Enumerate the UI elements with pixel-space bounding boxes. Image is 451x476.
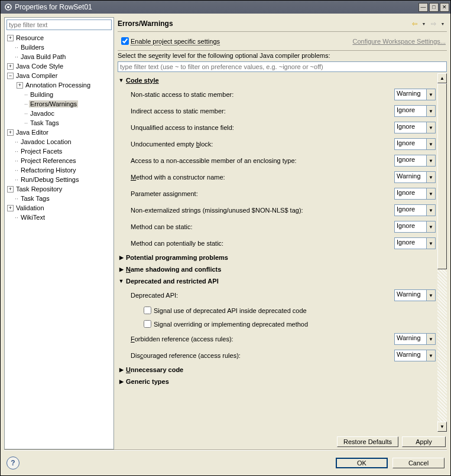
tree-item-errors-warnings[interactable]: ··Errors/Warnings (5, 99, 113, 109)
tree-item-building[interactable]: ··Building (5, 90, 113, 99)
label-signal-override[interactable]: Signal overriding or implementing deprec… (154, 321, 308, 328)
combo-undocumented[interactable]: Ignore▼ (394, 138, 436, 150)
chevron-down-icon[interactable]: ▼ (426, 172, 435, 182)
tree-item-javadoc-location[interactable]: ··Javadoc Location (5, 137, 113, 146)
back-menu-icon[interactable]: ▼ (420, 19, 428, 28)
page-footer: Restore Defaults Apply (118, 432, 447, 449)
page-title: Errors/Warnings (118, 19, 410, 28)
tree-item-resource[interactable]: +Resource (5, 33, 113, 43)
tree-item-javadoc[interactable]: ··Javadoc (5, 109, 113, 118)
options-filter-input[interactable] (118, 61, 447, 72)
combo-non-externalized[interactable]: Ignore▼ (394, 204, 436, 216)
dialog-body: +Resource ··Builders ··Java Build Path +… (1, 14, 450, 449)
opt-access-enclosing: Access to a non-accessible member of an … (118, 152, 436, 169)
scroll-down-icon[interactable]: ▼ (437, 422, 447, 432)
opt-undocumented: Undocumented empty block:Ignore▼ (118, 136, 436, 152)
opt-method-ctor: Method with a constructor name:Warning▼ (118, 169, 436, 185)
opt-forbidden: Forbidden reference (access rules):Warni… (118, 331, 436, 347)
combo-unqualified[interactable]: Ignore▼ (394, 122, 436, 133)
back-icon[interactable]: ⇦ (410, 19, 418, 28)
combo-param-assign[interactable]: Ignore▼ (394, 188, 436, 200)
opt-indirect: Indirect access to static member:Ignore▼ (118, 103, 436, 119)
scroll-thumb[interactable] (437, 83, 447, 269)
page-header: Errors/Warnings ⇦ ▼ ⇨ ▼ (118, 17, 447, 30)
tree-item-task-tags[interactable]: ··Task Tags (5, 118, 113, 128)
opt-unqualified: Unqualified access to instance field:Ign… (118, 119, 436, 136)
titlebar[interactable]: Properties for RowSet01 — □ ✕ (1, 1, 450, 14)
configure-workspace-link[interactable]: Configure Workspace Settings... (352, 38, 446, 45)
combo-forbidden[interactable]: Warning▼ (394, 333, 436, 345)
minimize-button[interactable]: — (418, 3, 428, 12)
vertical-scrollbar[interactable]: ▲ ▼ (437, 73, 447, 432)
section-name-shadow[interactable]: ▶Name shadowing and conflicts (118, 263, 436, 275)
chevron-down-icon[interactable]: ▼ (426, 139, 435, 149)
scroll-area: ▼Code style Non-static access to static … (118, 73, 447, 432)
combo-indirect[interactable]: Ignore▼ (394, 105, 436, 117)
scroll-up-icon[interactable]: ▲ (437, 73, 447, 83)
section-generic[interactable]: ▶Generic types (118, 376, 436, 387)
forward-menu-icon[interactable]: ▼ (439, 19, 447, 28)
checkbox-signal-override[interactable] (144, 320, 151, 328)
tree-item-task-repository[interactable]: +Task Repository (5, 184, 113, 194)
scroll-track[interactable] (437, 83, 447, 422)
combo-discouraged[interactable]: Warning▼ (394, 350, 436, 361)
combo-can-static[interactable]: Ignore▼ (394, 221, 436, 233)
window-title: Properties for RowSet01 (15, 3, 417, 11)
tree-item-builders[interactable]: ··Builders (5, 43, 113, 52)
chevron-down-icon[interactable]: ▼ (426, 122, 435, 133)
checkbox-signal-inside[interactable] (144, 307, 151, 314)
apply-button[interactable]: Apply (402, 436, 446, 447)
dialog-window: Properties for RowSet01 — □ ✕ +Resource … (0, 0, 451, 476)
enable-project-settings-checkbox[interactable] (121, 37, 129, 45)
close-button[interactable]: ✕ (440, 3, 449, 12)
tree-item-java-build-path[interactable]: ··Java Build Path (5, 52, 113, 61)
combo-can-pot-static[interactable]: Ignore▼ (394, 237, 436, 249)
check-signal-override: Signal overriding or implementing deprec… (118, 317, 436, 331)
tree-item-run-debug[interactable]: ··Run/Debug Settings (5, 175, 113, 184)
combo-non-static[interactable]: Warning▼ (394, 89, 436, 100)
maximize-button[interactable]: □ (429, 3, 439, 12)
opt-non-externalized: Non-externalized strings (missing/unused… (118, 202, 436, 219)
bottom-bar: ? OK Cancel (1, 451, 450, 475)
chevron-down-icon[interactable]: ▼ (426, 89, 435, 100)
chevron-down-icon[interactable]: ▼ (426, 238, 435, 249)
right-panel: Errors/Warnings ⇦ ▼ ⇨ ▼ Enable project s… (118, 17, 447, 449)
chevron-down-icon[interactable]: ▼ (426, 188, 435, 199)
chevron-down-icon[interactable]: ▼ (426, 155, 435, 166)
tree-item-wikitext[interactable]: ··WikiText (5, 213, 113, 222)
tree-item-java-editor[interactable]: +Java Editor (5, 128, 113, 137)
chevron-down-icon[interactable]: ▼ (426, 350, 435, 361)
chevron-down-icon[interactable]: ▼ (426, 106, 435, 116)
section-potential[interactable]: ▶Potential programming problems (118, 252, 436, 263)
section-unnecessary[interactable]: ▶Unnecessary code (118, 364, 436, 376)
tree-item-refactoring-history[interactable]: ··Refactoring History (5, 165, 113, 175)
section-deprecated[interactable]: ▼Deprecated and restricted API (118, 275, 436, 287)
combo-deprecated-api[interactable]: Warning▼ (394, 289, 436, 301)
section-code-style[interactable]: ▼Code style (118, 74, 436, 86)
ok-button[interactable]: OK (336, 458, 388, 468)
tree-item-task-tags-2[interactable]: ··Task Tags (5, 194, 113, 203)
opt-can-pot-static: Method can potentially be static:Ignore▼ (118, 235, 436, 252)
combo-access-enclosing[interactable]: Ignore▼ (394, 155, 436, 167)
enable-project-settings-label[interactable]: Enable project specific settings (131, 38, 220, 45)
svg-point-1 (7, 6, 9, 8)
opt-param-assign: Parameter assignment:Ignore▼ (118, 185, 436, 202)
chevron-down-icon[interactable]: ▼ (426, 334, 435, 344)
combo-method-ctor[interactable]: Warning▼ (394, 171, 436, 183)
description-text: Select the severity level for the follow… (118, 51, 447, 61)
tree-item-project-facets[interactable]: ··Project Facets (5, 146, 113, 156)
tree-item-java-compiler[interactable]: −Java Compiler (5, 71, 113, 80)
tree-item-java-code-style[interactable]: +Java Code Style (5, 61, 113, 71)
tree-item-validation[interactable]: +Validation (5, 203, 113, 213)
restore-defaults-button[interactable]: Restore Defaults (337, 436, 398, 447)
help-icon[interactable]: ? (7, 457, 20, 470)
label-signal-inside[interactable]: Signal use of deprecated API inside depr… (154, 307, 307, 314)
tree-item-project-references[interactable]: ··Project References (5, 156, 113, 165)
tree-filter-input[interactable] (7, 19, 112, 30)
enable-row: Enable project specific settings Configu… (118, 32, 447, 50)
chevron-down-icon[interactable]: ▼ (426, 205, 435, 216)
chevron-down-icon[interactable]: ▼ (426, 290, 435, 301)
chevron-down-icon[interactable]: ▼ (426, 221, 435, 232)
cancel-button[interactable]: Cancel (392, 458, 444, 468)
tree-item-annotation-processing[interactable]: +Annotation Processing (5, 80, 113, 90)
